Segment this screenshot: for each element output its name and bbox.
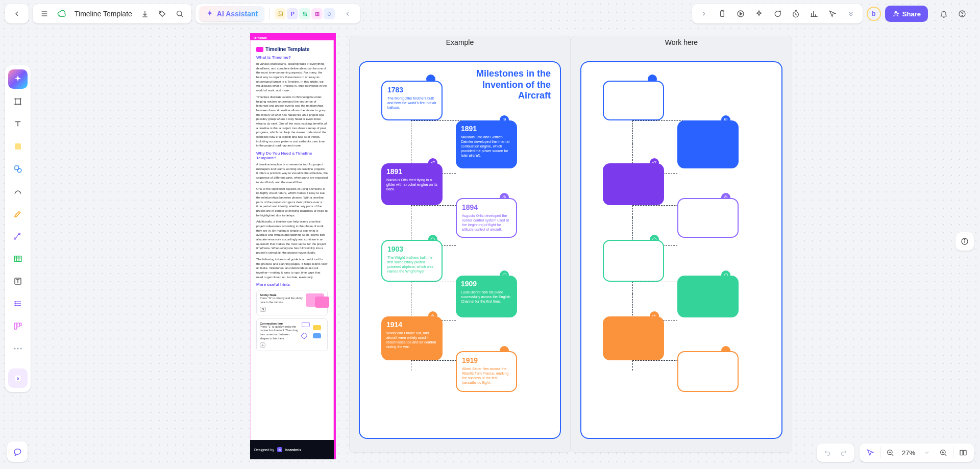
ai-segment: AI Assistant P ⇆ ⊞ ☺	[195, 4, 360, 23]
example-label: Example	[349, 36, 571, 48]
node-1891a[interactable]: 1891 Nikolaus Otto and Gottlieb Daimler …	[456, 120, 517, 168]
zoom-in[interactable]	[936, 446, 951, 460]
search-button[interactable]	[171, 6, 188, 21]
more-chevron-icon[interactable]	[842, 6, 860, 21]
work-label: Work here	[571, 36, 792, 48]
doc-title: Timeline Template	[265, 46, 309, 52]
undo-button[interactable]	[820, 446, 835, 460]
doc-p1: In various professions, keeping track of…	[256, 62, 328, 93]
sparkle-icon[interactable]	[750, 6, 768, 21]
zoom-value[interactable]: 27%	[899, 449, 918, 457]
doc-h2: Why Do You Need a Timeline Template?	[256, 151, 328, 160]
sticky-tool[interactable]	[8, 137, 28, 156]
timer-icon[interactable]	[787, 6, 804, 21]
svg-rect-22	[15, 143, 21, 150]
text-block-tool[interactable]	[8, 271, 28, 291]
p-token[interactable]: P	[287, 8, 298, 19]
example-frame[interactable]: Example Milestones in the Invention of t…	[349, 36, 571, 453]
pen-tool[interactable]	[8, 204, 28, 224]
svg-point-43	[20, 348, 22, 350]
ai-assistant-button[interactable]: AI Assistant	[200, 6, 264, 21]
zoom-dropdown[interactable]	[919, 446, 935, 460]
svg-point-36	[15, 303, 16, 304]
kbd-n: N	[260, 307, 266, 312]
minimap-toggle[interactable]	[955, 446, 971, 460]
line-tool[interactable]	[8, 182, 28, 201]
zoom-out[interactable]	[883, 446, 898, 460]
ai-tool[interactable]	[8, 69, 28, 89]
comment-icon[interactable]	[769, 6, 786, 21]
w-node-5[interactable]	[603, 240, 664, 282]
doc-panel[interactable]: Template Timeline Template What is Timel…	[250, 33, 336, 459]
w-node-1[interactable]	[603, 81, 664, 120]
sticky-mini	[306, 293, 324, 307]
help-icon[interactable]	[953, 6, 971, 21]
svg-rect-38	[14, 323, 17, 329]
shape-tool[interactable]	[8, 159, 28, 179]
kanban-tool[interactable]	[8, 316, 28, 336]
w-node-2[interactable]	[677, 120, 739, 168]
doc-p2b: One of the significant aspects of using …	[256, 187, 328, 218]
list-tool[interactable]	[8, 294, 28, 313]
bell-icon[interactable]	[935, 6, 952, 21]
node-1891b[interactable]: 1891 Nikolaus Otto tried flying in a gli…	[381, 163, 443, 205]
node-1914[interactable]: 1914 World War I broke out, and aircraft…	[381, 316, 443, 360]
connector-tool[interactable]	[8, 227, 28, 246]
frame-tool[interactable]	[8, 92, 28, 111]
doc-p2c: Additionally, a timeline can help teams …	[256, 219, 328, 255]
share-button[interactable]: Share	[885, 6, 928, 22]
svg-line-55	[892, 454, 893, 456]
back-button[interactable]	[8, 6, 26, 21]
image-token[interactable]	[275, 8, 286, 19]
clipboard-icon[interactable]	[714, 6, 731, 21]
file-segment: Timeline Template	[33, 4, 191, 23]
doc-title[interactable]: Timeline Template	[70, 10, 136, 18]
svg-point-24	[17, 168, 21, 172]
svg-point-18	[962, 15, 962, 16]
svg-point-3	[160, 12, 161, 13]
w-node-4[interactable]	[677, 198, 739, 238]
w-node-7[interactable]	[603, 316, 664, 360]
node-1919[interactable]: 1919 Albert Setler flew across the Atlan…	[456, 351, 517, 392]
menu-button[interactable]	[36, 6, 53, 21]
w-node-8[interactable]	[677, 351, 739, 392]
templates-tool[interactable]: b	[8, 368, 28, 388]
svg-rect-39	[17, 323, 20, 327]
chevron-left-icon[interactable]	[339, 6, 356, 21]
flow-token[interactable]: ⇆	[299, 8, 310, 19]
brand-ring[interactable]: b	[867, 7, 881, 21]
chart-icon[interactable]	[805, 6, 823, 21]
select-mode[interactable]	[863, 446, 878, 460]
w-node-6[interactable]	[677, 276, 739, 317]
w-node-3[interactable]	[603, 163, 664, 205]
doc-p1b: Timelines illustrate events in chronolog…	[256, 95, 328, 148]
kbd-l: L	[260, 342, 265, 348]
node-1783[interactable]: 1783 The Montgolfier brothers built and …	[381, 81, 443, 120]
more-tools[interactable]	[8, 339, 28, 358]
chevron-right-icon[interactable]	[695, 6, 713, 21]
example-board[interactable]: Milestones in the Invention of the Aircr…	[359, 61, 561, 439]
grid-token[interactable]: ⊞	[311, 8, 323, 19]
face-token[interactable]: ☺	[324, 8, 335, 19]
tag-button[interactable]	[154, 6, 171, 21]
table-tool[interactable]	[8, 249, 28, 268]
comments-fab[interactable]	[7, 441, 28, 462]
svg-line-5	[181, 15, 183, 17]
download-button[interactable]	[136, 6, 154, 21]
redo-button[interactable]	[836, 446, 851, 460]
doc-h1: What is Timeline?	[256, 55, 328, 60]
work-frame[interactable]: Work here	[571, 36, 792, 453]
info-fab[interactable]	[955, 232, 974, 251]
play-icon[interactable]	[732, 6, 749, 21]
svg-rect-8	[721, 11, 724, 17]
svg-point-21	[964, 239, 965, 240]
node-1909[interactable]: 1909 Louis Bleriot flew his plane succes…	[456, 276, 517, 317]
text-tool[interactable]	[8, 114, 28, 134]
svg-point-35	[15, 302, 16, 303]
svg-rect-62	[964, 450, 966, 455]
cursor-icon[interactable]	[824, 6, 841, 21]
doc-h3: More useful hints	[256, 282, 328, 287]
work-board[interactable]	[580, 61, 782, 439]
node-1903[interactable]: 1903 The Wright brothers built the first…	[381, 240, 443, 282]
node-1894[interactable]: 1894 Augusto Ortiz developed the rudder …	[456, 198, 517, 238]
